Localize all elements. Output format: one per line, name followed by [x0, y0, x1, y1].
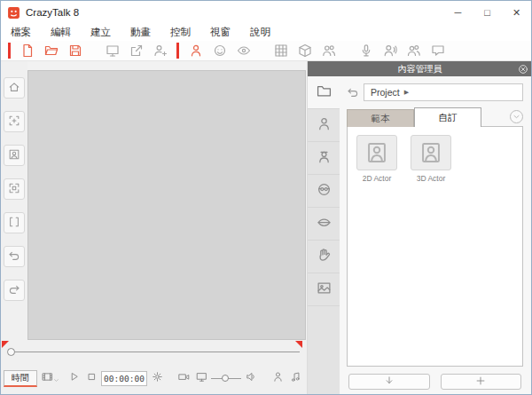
brackets-icon: [8, 216, 20, 231]
speaker-icon: [246, 371, 257, 385]
canvas[interactable]: [27, 70, 306, 340]
panel-tab-face-glasses[interactable]: [308, 175, 340, 208]
menu-item-create[interactable]: 建立: [81, 24, 121, 41]
maximize-button[interactable]: □: [473, 1, 502, 24]
person-wave-button[interactable]: [378, 41, 402, 60]
slideshow-icon: [106, 43, 120, 58]
minimize-button[interactable]: ─: [443, 1, 473, 24]
back-icon[interactable]: [347, 86, 359, 99]
microphone-icon: [359, 43, 373, 58]
panel-bottom-buttons: [347, 374, 523, 390]
face-button[interactable]: [207, 41, 231, 60]
content-item-3d-actor[interactable]: 3D Actor: [408, 135, 454, 183]
timeline-track[interactable]: [10, 352, 300, 352]
projector-icon: [178, 371, 190, 385]
gear-button[interactable]: [149, 370, 165, 386]
time-display[interactable]: 00:00:00: [101, 371, 147, 386]
time-mode-button[interactable]: 時間: [4, 370, 37, 387]
eyes-button[interactable]: [231, 41, 255, 60]
panel-header: 內容管理員: [308, 61, 532, 76]
panel-body: Project ▶ 範本自訂 2D Actor3D Actor: [308, 76, 532, 395]
tab-template[interactable]: 範本: [347, 109, 414, 127]
content-grid: 2D Actor3D Actor: [347, 126, 523, 367]
slideshow-button[interactable]: [100, 41, 124, 60]
eyes-icon: [237, 43, 251, 58]
menu-item-control[interactable]: 控制: [160, 24, 200, 41]
menu-item-window[interactable]: 視窗: [200, 24, 240, 41]
people-icon: [322, 43, 336, 58]
portrait-button[interactable]: [4, 145, 25, 166]
monitor-icon: [196, 371, 207, 385]
home-icon: [8, 81, 20, 96]
stop-button[interactable]: [83, 370, 99, 386]
save-button[interactable]: [63, 41, 87, 60]
cube-button[interactable]: [293, 41, 317, 60]
panel-tabs: 範本自訂: [347, 107, 523, 127]
arrow-down-icon: [384, 375, 395, 389]
add-content-button[interactable]: [441, 374, 522, 390]
projector-button[interactable]: [176, 370, 192, 386]
grid-button[interactable]: [269, 41, 293, 60]
volume-slider[interactable]: [211, 370, 241, 386]
collapse-chevron-icon[interactable]: [510, 110, 523, 123]
panel-tab-folder[interactable]: [308, 76, 340, 109]
add-person-button[interactable]: [148, 41, 172, 60]
menu-item-file[interactable]: 檔案: [1, 24, 41, 41]
cube-icon: [298, 43, 312, 58]
speaker-button[interactable]: [243, 370, 259, 386]
window-controls: ─ □ ✕: [443, 1, 531, 24]
chevron-down-icon: [53, 377, 59, 383]
toolbar-separator: [176, 43, 179, 59]
export-button[interactable]: [124, 41, 148, 60]
new-document-button[interactable]: [15, 41, 39, 60]
panel-tab-hand[interactable]: [308, 241, 340, 273]
face-glasses-icon: [317, 182, 332, 200]
frame-plus-button[interactable]: [4, 111, 25, 132]
actor-button[interactable]: [270, 370, 286, 386]
panel-tab-actor[interactable]: [308, 109, 340, 142]
app-icon: [7, 6, 20, 20]
home-button[interactable]: [4, 77, 25, 99]
actor-icon: [272, 371, 284, 385]
undo-button[interactable]: [4, 246, 25, 267]
redo-button[interactable]: [4, 280, 25, 301]
timeline-ruler[interactable]: [1, 340, 307, 361]
menu-item-edit[interactable]: 編輯: [41, 24, 81, 41]
menu-bar: 檔案編輯建立動畫控制視窗說明: [1, 24, 531, 41]
panel-tab-photo[interactable]: [308, 273, 340, 306]
panel-close-icon[interactable]: [517, 63, 528, 75]
actor-icon: [317, 116, 332, 134]
clip-icon: [42, 371, 53, 385]
panel-tab-actor-hat[interactable]: [308, 142, 340, 175]
speech-icon: [431, 43, 445, 58]
project-selector[interactable]: Project ▶: [364, 83, 523, 101]
speech-button[interactable]: [426, 41, 450, 60]
download-button[interactable]: [348, 374, 430, 390]
monitor-button[interactable]: [193, 370, 209, 386]
timeline-playhead[interactable]: [7, 348, 15, 356]
gear-icon: [152, 371, 163, 385]
volume-knob[interactable]: [222, 375, 229, 382]
open-folder-button[interactable]: [39, 41, 63, 60]
menu-item-animation[interactable]: 動畫: [121, 24, 160, 41]
clip-button[interactable]: [39, 370, 55, 386]
microphone-button[interactable]: [354, 41, 378, 60]
panel-tab-lips[interactable]: [308, 208, 340, 241]
lips-icon: [317, 215, 332, 233]
brackets-button[interactable]: [4, 212, 25, 233]
timeline-end-marker[interactable]: [295, 341, 302, 348]
music-note-button[interactable]: [287, 370, 303, 386]
timeline-start-marker[interactable]: [2, 341, 9, 348]
people-button[interactable]: [317, 41, 340, 60]
close-button[interactable]: ✕: [502, 1, 531, 24]
menu-item-help[interactable]: 說明: [240, 24, 280, 41]
export-icon: [129, 43, 144, 58]
actor-button[interactable]: [184, 41, 207, 60]
project-expand-arrow: ▶: [404, 89, 409, 96]
content-item-2d-actor[interactable]: 2D Actor: [354, 135, 400, 183]
transport-bar: 時間00:00:00: [1, 361, 307, 395]
play-button[interactable]: [66, 370, 82, 386]
tab-custom[interactable]: 自訂: [414, 107, 481, 127]
people-alt-button[interactable]: [402, 41, 426, 60]
expand-button[interactable]: [4, 178, 25, 200]
